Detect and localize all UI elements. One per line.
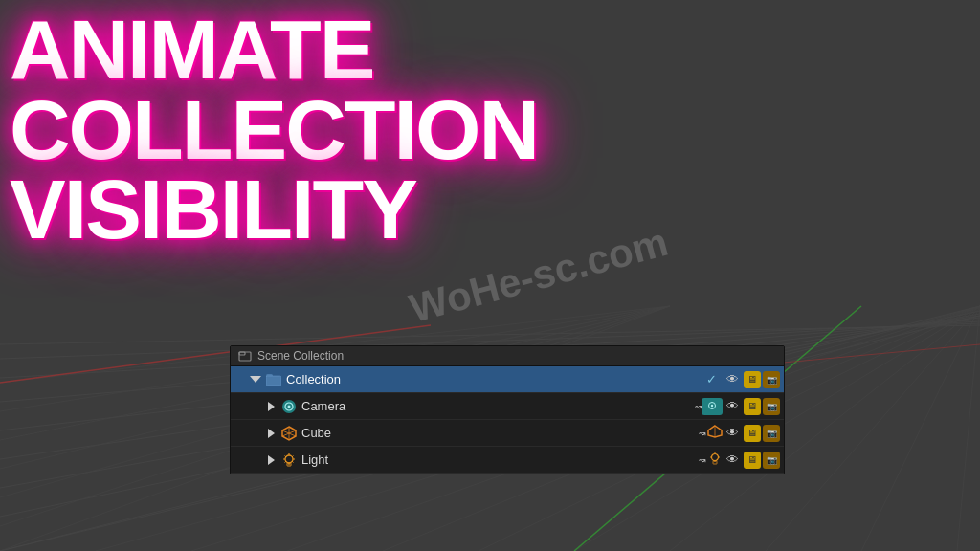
collection-folder-icon (265, 371, 282, 388)
outliner-row-collection[interactable]: Collection ✓ 👁 🖥 📷 (231, 366, 784, 393)
camera-anim-group: ↝ (695, 398, 723, 415)
folder-svg (266, 373, 281, 386)
camera-monitor-icon[interactable]: 🖥 (744, 398, 761, 415)
scene-collection-row: Scene Collection (231, 346, 784, 366)
light-anim-group: ↝ (699, 452, 723, 468)
cube-anim-badge (707, 425, 723, 441)
triangle-camera[interactable] (265, 401, 277, 412)
camera-svg (281, 399, 297, 414)
collection-monitor-icon[interactable]: 🖥 (744, 371, 761, 388)
scene-collection-label: Scene Collection (257, 349, 344, 363)
scene-collection-icon (238, 349, 252, 363)
collection-actions: ✓ 👁 🖥 📷 (702, 370, 780, 389)
light-monitor-icon[interactable]: 🖥 (744, 452, 761, 469)
light-svg (281, 452, 297, 468)
camera-label: Camera (301, 399, 691, 413)
outliner-row-cube[interactable]: Cube ↝ 👁 🖥 📷 (231, 420, 784, 447)
light-obj-icon (280, 452, 298, 469)
svg-point-41 (711, 404, 713, 406)
cube-anim-arrows: ↝ (699, 426, 706, 441)
collection-checkbox-icon[interactable]: ✓ (702, 370, 721, 389)
outliner-panel: Scene Collection Collection ✓ 👁 🖥 (230, 345, 785, 474)
outliner-row-light[interactable]: Light ↝ 👁 🖥 📷 (231, 447, 784, 474)
triangle-light[interactable] (265, 454, 277, 466)
light-eye-icon[interactable]: 👁 (723, 451, 742, 470)
light-label: Light (301, 452, 695, 467)
triangle-cube[interactable] (265, 428, 277, 439)
cube-actions: 👁 🖥 📷 (723, 424, 780, 443)
cube-anim-group: ↝ (699, 425, 723, 441)
cube-monitor-icon[interactable]: 🖥 (744, 425, 761, 442)
collection-camera-icon[interactable]: 📷 (763, 371, 780, 388)
triangle-collection[interactable] (250, 374, 261, 386)
cube-render-icon[interactable]: 📷 (763, 425, 780, 442)
light-anim-badge (707, 452, 723, 468)
camera-obj-icon (280, 398, 298, 415)
svg-rect-32 (239, 352, 245, 355)
svg-point-58 (712, 454, 719, 461)
cube-obj-icon (280, 425, 298, 442)
camera-anim-badge (702, 398, 723, 415)
collection-eye-icon[interactable]: 👁 (723, 370, 742, 389)
light-anim-arrows: ↝ (699, 452, 706, 468)
cube-label: Cube (301, 426, 695, 440)
svg-point-48 (285, 455, 293, 463)
svg-point-38 (288, 405, 291, 408)
collection-label: Collection (286, 372, 702, 386)
camera-actions: 👁 🖥 📷 (723, 397, 780, 416)
cube-svg (281, 426, 297, 441)
light-render-icon[interactable]: 📷 (763, 452, 780, 469)
camera-eye-icon[interactable]: 👁 (723, 397, 742, 416)
cube-eye-icon[interactable]: 👁 (723, 424, 742, 443)
light-actions: 👁 🖥 📷 (723, 451, 780, 470)
camera-render-icon[interactable]: 📷 (763, 398, 780, 415)
outliner-row-camera[interactable]: Camera ↝ 👁 🖥 📷 (231, 393, 784, 420)
camera-anim-arrows: ↝ (695, 399, 701, 414)
